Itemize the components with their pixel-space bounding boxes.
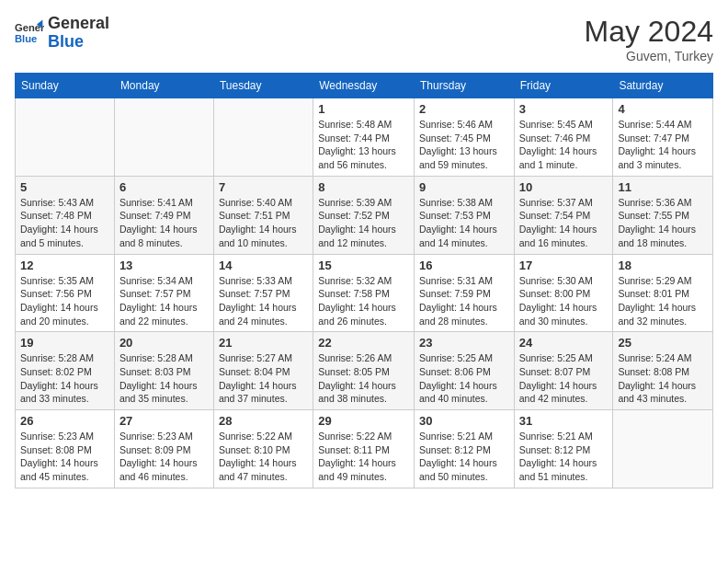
day-cell-16: 16Sunrise: 5:31 AMSunset: 7:59 PMDayligh…: [415, 254, 515, 332]
day-cell-18: 18Sunrise: 5:29 AMSunset: 8:01 PMDayligh…: [613, 254, 713, 332]
day-cell-31: 31Sunrise: 5:21 AMSunset: 8:12 PMDayligh…: [514, 410, 613, 488]
day-cell-13: 13Sunrise: 5:34 AMSunset: 7:57 PMDayligh…: [114, 254, 213, 332]
day-number-9: 9: [419, 180, 509, 194]
day-info-21: Sunrise: 5:27 AMSunset: 8:04 PMDaylight:…: [219, 351, 308, 406]
day-info-1: Sunrise: 5:48 AMSunset: 7:44 PMDaylight:…: [318, 118, 409, 172]
day-info-7: Sunrise: 5:40 AMSunset: 7:51 PMDaylight:…: [219, 196, 308, 250]
page-header: General Blue General Blue May 2024 Guvem…: [15, 15, 713, 63]
day-cell-11: 11Sunrise: 5:36 AMSunset: 7:55 PMDayligh…: [613, 176, 713, 254]
day-number-28: 28: [219, 414, 308, 428]
day-number-30: 30: [419, 414, 509, 428]
day-info-10: Sunrise: 5:37 AMSunset: 7:54 PMDaylight:…: [519, 196, 609, 250]
logo-icon: General Blue: [15, 18, 44, 48]
day-info-18: Sunrise: 5:29 AMSunset: 8:01 PMDaylight:…: [618, 274, 708, 328]
day-cell-20: 20Sunrise: 5:28 AMSunset: 8:03 PMDayligh…: [114, 332, 213, 410]
calendar-table: SundayMondayTuesdayWednesdayThursdayFrid…: [15, 73, 713, 488]
day-cell-29: 29Sunrise: 5:22 AMSunset: 8:11 PMDayligh…: [313, 410, 415, 488]
week-row-3: 12Sunrise: 5:35 AMSunset: 7:56 PMDayligh…: [16, 254, 713, 332]
day-info-28: Sunrise: 5:22 AMSunset: 8:10 PMDaylight:…: [219, 430, 308, 484]
day-number-3: 3: [519, 102, 609, 116]
day-info-14: Sunrise: 5:33 AMSunset: 7:57 PMDaylight:…: [219, 274, 308, 328]
logo: General Blue General Blue: [15, 15, 109, 52]
day-cell-19: 19Sunrise: 5:28 AMSunset: 8:02 PMDayligh…: [16, 332, 115, 410]
day-info-27: Sunrise: 5:23 AMSunset: 8:09 PMDaylight:…: [119, 430, 209, 484]
day-number-25: 25: [618, 336, 708, 350]
day-info-25: Sunrise: 5:24 AMSunset: 8:08 PMDaylight:…: [618, 351, 708, 406]
day-number-29: 29: [318, 414, 409, 428]
day-info-26: Sunrise: 5:23 AMSunset: 8:08 PMDaylight:…: [20, 430, 109, 484]
day-cell-21: 21Sunrise: 5:27 AMSunset: 8:04 PMDayligh…: [213, 332, 313, 410]
empty-cell: [613, 410, 713, 488]
col-header-thursday: Thursday: [415, 74, 515, 98]
day-cell-7: 7Sunrise: 5:40 AMSunset: 7:51 PMDaylight…: [213, 176, 313, 254]
empty-cell: [114, 98, 213, 177]
day-number-27: 27: [119, 414, 209, 428]
day-cell-10: 10Sunrise: 5:37 AMSunset: 7:54 PMDayligh…: [514, 176, 613, 254]
day-cell-15: 15Sunrise: 5:32 AMSunset: 7:58 PMDayligh…: [313, 254, 415, 332]
day-cell-22: 22Sunrise: 5:26 AMSunset: 8:05 PMDayligh…: [313, 332, 415, 410]
day-number-18: 18: [618, 259, 708, 272]
day-info-2: Sunrise: 5:46 AMSunset: 7:45 PMDaylight:…: [419, 118, 509, 172]
day-number-14: 14: [219, 259, 308, 272]
day-number-31: 31: [519, 414, 609, 428]
col-header-wednesday: Wednesday: [313, 74, 415, 98]
day-number-12: 12: [20, 259, 109, 272]
day-info-20: Sunrise: 5:28 AMSunset: 8:03 PMDaylight:…: [119, 351, 209, 406]
day-cell-9: 9Sunrise: 5:38 AMSunset: 7:53 PMDaylight…: [415, 176, 515, 254]
day-number-22: 22: [318, 336, 409, 350]
empty-cell: [213, 98, 313, 177]
day-cell-14: 14Sunrise: 5:33 AMSunset: 7:57 PMDayligh…: [213, 254, 313, 332]
week-row-4: 19Sunrise: 5:28 AMSunset: 8:02 PMDayligh…: [16, 332, 713, 410]
day-number-4: 4: [618, 102, 708, 116]
week-row-1: 1Sunrise: 5:48 AMSunset: 7:44 PMDaylight…: [16, 98, 713, 177]
day-cell-25: 25Sunrise: 5:24 AMSunset: 8:08 PMDayligh…: [613, 332, 713, 410]
week-row-5: 26Sunrise: 5:23 AMSunset: 8:08 PMDayligh…: [16, 410, 713, 488]
logo-text-blue: Blue: [48, 33, 109, 52]
day-info-15: Sunrise: 5:32 AMSunset: 7:58 PMDaylight:…: [318, 274, 409, 328]
day-number-7: 7: [219, 180, 308, 194]
day-cell-24: 24Sunrise: 5:25 AMSunset: 8:07 PMDayligh…: [514, 332, 613, 410]
day-cell-30: 30Sunrise: 5:21 AMSunset: 8:12 PMDayligh…: [415, 410, 515, 488]
day-number-10: 10: [519, 180, 609, 194]
day-number-24: 24: [519, 336, 609, 350]
day-info-31: Sunrise: 5:21 AMSunset: 8:12 PMDaylight:…: [519, 430, 609, 484]
day-cell-28: 28Sunrise: 5:22 AMSunset: 8:10 PMDayligh…: [213, 410, 313, 488]
day-number-20: 20: [119, 336, 209, 350]
day-cell-8: 8Sunrise: 5:39 AMSunset: 7:52 PMDaylight…: [313, 176, 415, 254]
week-row-2: 5Sunrise: 5:43 AMSunset: 7:48 PMDaylight…: [16, 176, 713, 254]
day-number-11: 11: [618, 180, 708, 194]
day-info-4: Sunrise: 5:44 AMSunset: 7:47 PMDaylight:…: [618, 118, 708, 172]
day-number-2: 2: [419, 102, 509, 116]
day-number-17: 17: [519, 259, 609, 272]
day-cell-4: 4Sunrise: 5:44 AMSunset: 7:47 PMDaylight…: [613, 98, 713, 177]
day-info-19: Sunrise: 5:28 AMSunset: 8:02 PMDaylight:…: [20, 351, 109, 406]
day-number-26: 26: [20, 414, 109, 428]
month-year-title: May 2024: [584, 15, 713, 49]
day-info-3: Sunrise: 5:45 AMSunset: 7:46 PMDaylight:…: [519, 118, 609, 172]
day-info-29: Sunrise: 5:22 AMSunset: 8:11 PMDaylight:…: [318, 430, 409, 484]
day-cell-6: 6Sunrise: 5:41 AMSunset: 7:49 PMDaylight…: [114, 176, 213, 254]
title-block: May 2024 Guvem, Turkey: [584, 15, 713, 63]
day-info-22: Sunrise: 5:26 AMSunset: 8:05 PMDaylight:…: [318, 351, 409, 406]
day-number-13: 13: [119, 259, 209, 272]
col-header-tuesday: Tuesday: [213, 74, 313, 98]
day-info-17: Sunrise: 5:30 AMSunset: 8:00 PMDaylight:…: [519, 274, 609, 328]
col-header-saturday: Saturday: [613, 74, 713, 98]
day-number-6: 6: [119, 180, 209, 194]
col-header-friday: Friday: [514, 74, 613, 98]
col-header-sunday: Sunday: [16, 74, 115, 98]
day-info-16: Sunrise: 5:31 AMSunset: 7:59 PMDaylight:…: [419, 274, 509, 328]
day-number-21: 21: [219, 336, 308, 350]
day-cell-2: 2Sunrise: 5:46 AMSunset: 7:45 PMDaylight…: [415, 98, 515, 177]
day-cell-3: 3Sunrise: 5:45 AMSunset: 7:46 PMDaylight…: [514, 98, 613, 177]
day-info-24: Sunrise: 5:25 AMSunset: 8:07 PMDaylight:…: [519, 351, 609, 406]
day-info-8: Sunrise: 5:39 AMSunset: 7:52 PMDaylight:…: [318, 196, 409, 250]
day-number-16: 16: [419, 259, 509, 272]
day-number-8: 8: [318, 180, 409, 194]
empty-cell: [16, 98, 115, 177]
logo-text-general: General: [48, 15, 109, 33]
header-row: SundayMondayTuesdayWednesdayThursdayFrid…: [16, 74, 713, 98]
day-number-15: 15: [318, 259, 409, 272]
location-subtitle: Guvem, Turkey: [584, 49, 713, 63]
day-cell-23: 23Sunrise: 5:25 AMSunset: 8:06 PMDayligh…: [415, 332, 515, 410]
